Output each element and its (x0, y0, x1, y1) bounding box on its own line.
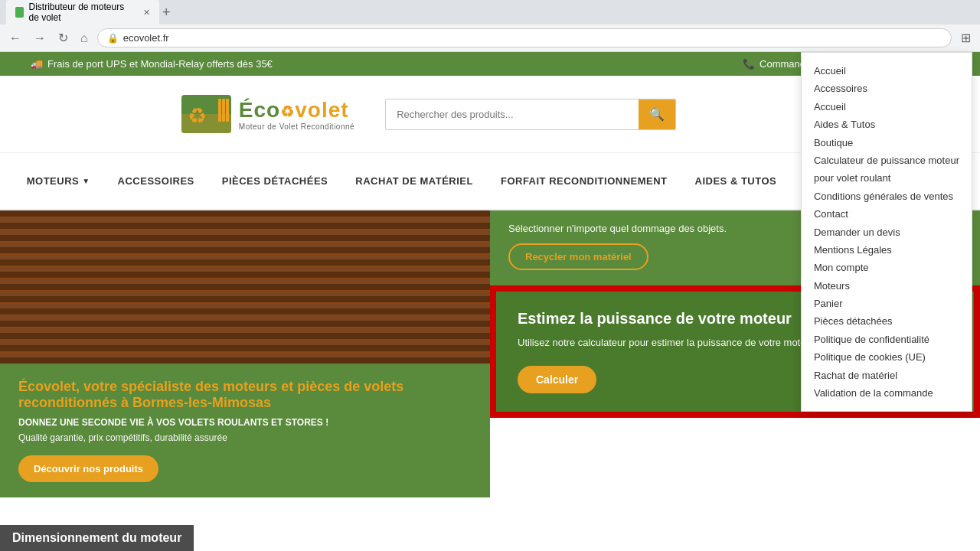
ssl-icon: 🔒 (107, 33, 119, 44)
nav-forfait-label: FORFAIT RECONDITIONNEMENT (501, 175, 668, 187)
svg-rect-4 (222, 99, 225, 122)
menu-item-moteurs[interactable]: Moteurs (814, 277, 959, 295)
extensions-button[interactable]: ⊞ (958, 31, 974, 45)
hero-text-box: Écovolet, votre spécialiste des moteurs … (0, 364, 490, 497)
menu-item-mentions[interactable]: Mentions Légales (814, 241, 959, 259)
nav-aides[interactable]: AIDES & TUTOS (683, 165, 789, 197)
url-text: ecovolet.fr (123, 32, 169, 44)
logo-volet-text: volet (295, 98, 348, 122)
menu-item-boutique[interactable]: Boutique (814, 134, 959, 152)
new-tab-button[interactable]: + (162, 5, 171, 21)
logo-subtitle: Moteur de Volet Reconditionné (239, 122, 354, 131)
forward-button[interactable]: → (31, 31, 49, 45)
logo-recycle-icon: ♻ (280, 103, 295, 120)
hero-left-section: Écovolet, votre spécialiste des moteurs … (0, 210, 490, 497)
logo-svg: ♻ (181, 91, 239, 137)
svg-rect-5 (226, 99, 229, 122)
active-tab[interactable]: Distributeur de moteurs de volet ✕ (6, 0, 159, 28)
menu-item-contact[interactable]: Contact (814, 205, 959, 223)
nav-aides-label: AIDES & TUTOS (695, 175, 777, 187)
menu-item-calculateur[interactable]: Calculateur de puissance moteurpour vole… (814, 152, 959, 187)
home-button[interactable]: ⌂ (77, 31, 91, 45)
tab-title: Distributeur de moteurs de volet (28, 2, 136, 23)
tab-favicon (15, 7, 24, 18)
menu-item-aides[interactable]: Aides & Tutos (814, 116, 959, 133)
menu-item-pieces[interactable]: Pièces détachées (814, 312, 959, 330)
menu-item-compte[interactable]: Mon compte (814, 259, 959, 276)
calculate-button[interactable]: Calculer (518, 366, 596, 393)
nav-rachat-label: RACHAT DE MATÉRIEL (355, 175, 473, 187)
svg-text:♻: ♻ (188, 104, 207, 128)
nav-forfait[interactable]: FORFAIT RECONDITIONNEMENT (488, 165, 680, 197)
browser-nav-bar: ← → ↻ ⌂ 🔒 ecovolet.fr ⊞ (0, 24, 980, 52)
logo-eco-text: Éco (239, 98, 280, 122)
logo-wrapper: ♻ Éco♻volet Moteur de Volet Reconditionn… (181, 91, 354, 137)
nav-rachat[interactable]: RACHAT DE MATÉRIEL (343, 165, 485, 197)
shipping-info: 🚚 Frais de port UPS et Mondial-Relay off… (31, 58, 273, 70)
browser-tabs: Distributeur de moteurs de volet ✕ + (0, 0, 980, 24)
logo-name: Éco♻volet (239, 98, 354, 122)
nav-pieces-label: PIÈCES DÉTACHÉES (222, 175, 328, 187)
search-input[interactable] (386, 101, 639, 128)
search-button[interactable]: 🔍 (639, 99, 675, 129)
dropdown-menu: Accueil Accessoires Accueil Aides & Tuto… (801, 52, 972, 412)
nav-moteurs-label: MOTEURS (27, 175, 80, 187)
reload-button[interactable]: ↻ (55, 31, 71, 45)
hero-subtitle: DONNEZ UNE SECONDE VIE À VOS VOLETS ROUL… (18, 417, 472, 428)
menu-item-validation[interactable]: Validation de la commande (814, 384, 959, 402)
recycle-button[interactable]: Recycler mon matériel (508, 243, 648, 270)
menu-item-politique-conf[interactable]: Politique de confidentialité (814, 331, 959, 348)
menu-item-rachat[interactable]: Rachat de matériel (814, 367, 959, 384)
nav-moteurs[interactable]: MOTEURS ▼ (15, 165, 103, 197)
logo-area[interactable]: ♻ Éco♻volet Moteur de Volet Reconditionn… (181, 91, 354, 137)
menu-item-politique-cookies[interactable]: Politique de cookies (UE) (814, 348, 959, 366)
nav-pieces[interactable]: PIÈCES DÉTACHÉES (210, 165, 341, 197)
menu-item-panier[interactable]: Panier (814, 295, 959, 312)
menu-item-accueil2[interactable]: Accueil (814, 98, 959, 116)
back-button[interactable]: ← (6, 31, 24, 45)
truck-icon: 🚚 (31, 58, 43, 70)
logo-text: Éco♻volet Moteur de Volet Reconditionné (239, 98, 354, 131)
menu-item-devis[interactable]: Demander un devis (814, 223, 959, 241)
tab-close-btn[interactable]: ✕ (143, 8, 150, 18)
hero-description: Qualité garantie, prix compétitifs, dura… (18, 432, 472, 443)
nav-accessoires-label: ACCESSOIRES (118, 175, 194, 187)
menu-item-accueil1[interactable]: Accueil (814, 62, 959, 80)
hero-image (0, 210, 490, 364)
shipping-text: Frais de port UPS et Mondial-Relay offer… (47, 58, 273, 70)
discover-products-button[interactable]: Découvrir nos produits (18, 455, 158, 482)
shutter-image (0, 210, 490, 364)
nav-moteurs-dropdown-icon: ▼ (82, 177, 90, 185)
address-bar[interactable]: 🔒 ecovolet.fr (97, 28, 952, 47)
nav-accessoires[interactable]: ACCESSOIRES (106, 165, 207, 197)
menu-item-accessoires[interactable]: Accessoires (814, 80, 959, 97)
svg-rect-3 (218, 99, 221, 122)
hero-title: Écovolet, votre spécialiste des moteurs … (18, 379, 472, 411)
search-bar: 🔍 (385, 99, 676, 130)
menu-item-conditions[interactable]: Conditions générales de ventes (814, 187, 959, 205)
phone-icon: 📞 (743, 58, 755, 70)
